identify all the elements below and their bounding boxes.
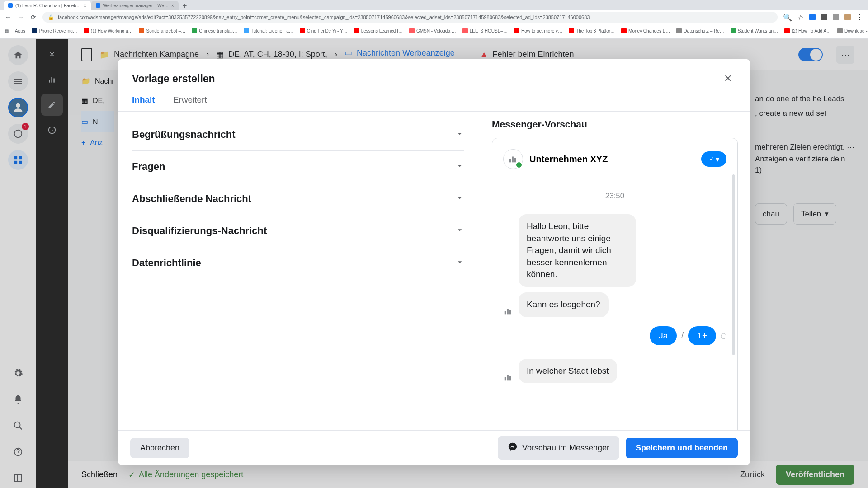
accordion-privacy[interactable]: Datenrichtlinie xyxy=(132,247,464,279)
preview-pane: Messenger-Vorschau Unternehmen XYZ ▾ 23:… xyxy=(479,112,750,430)
svg-rect-15 xyxy=(514,158,516,162)
bookmark-bar: ▦ Apps Phone Recycling… (1) How Working … xyxy=(0,24,868,37)
close-icon[interactable]: × xyxy=(84,3,86,8)
preview-title: Messenger-Vorschau xyxy=(492,119,738,130)
bookmark[interactable]: GMSN - Vologda,… xyxy=(409,28,456,33)
button-label: Vorschau im Messenger xyxy=(522,443,609,453)
modal-title: Vorlage erstellen xyxy=(132,73,215,85)
svg-rect-21 xyxy=(509,376,511,380)
modal-tabs: Inhalt Erweitert xyxy=(118,87,750,112)
extension-icon[interactable] xyxy=(809,14,816,20)
company-avatar xyxy=(503,149,523,169)
zoom-icon[interactable]: 🔍 xyxy=(783,13,792,22)
address-bar: ← → ⟳ 🔒 facebook.com/adsmanager/manage/a… xyxy=(0,10,868,24)
svg-rect-18 xyxy=(509,310,511,314)
new-tab-button[interactable]: + xyxy=(179,2,190,10)
messenger-preview: Unternehmen XYZ ▾ 23:50 Hallo Leon, bitt… xyxy=(492,138,738,430)
extension-icon[interactable] xyxy=(833,14,839,20)
back-button[interactable]: ← xyxy=(5,14,12,21)
bookmark[interactable]: Phone Recycling… xyxy=(32,28,77,33)
quick-reply[interactable]: Ja xyxy=(650,326,677,345)
tab-content[interactable]: Inhalt xyxy=(132,95,155,111)
reload-button[interactable]: ⟳ xyxy=(30,14,37,21)
chevron-down-icon xyxy=(455,161,464,172)
greeting-bubble: Hallo Leon, bitte beantworte uns einige … xyxy=(519,214,636,287)
chevron-down-icon xyxy=(455,225,464,236)
bookmark[interactable]: Sonderangebot –… xyxy=(139,28,185,33)
accordion-closing[interactable]: Abschließende Nachricht xyxy=(132,183,464,215)
reply-row: Ja / 1+ ◯ xyxy=(503,326,726,345)
preview-in-messenger-button[interactable]: Vorschau im Messenger xyxy=(498,436,619,460)
accordion-disqualify[interactable]: Disqualifizierungs-Nachricht xyxy=(132,215,464,247)
menu-icon[interactable]: ⋮ xyxy=(856,13,863,22)
extension-icon[interactable] xyxy=(844,14,851,20)
bookmark[interactable]: Apps xyxy=(15,28,25,33)
apps-icon[interactable]: ▦ xyxy=(5,28,9,33)
bookmark[interactable]: Tutorial: Eigene Fa… xyxy=(244,28,293,33)
bookmark[interactable]: Chinese translati… xyxy=(192,28,237,33)
message-row: Kann es losgehen? xyxy=(503,292,726,317)
company-name: Unternehmen XYZ xyxy=(529,154,608,164)
accordion-greeting[interactable]: Begrüßungsnachricht xyxy=(132,119,464,151)
bookmark[interactable]: LEE 'S HOUSE–… xyxy=(462,28,508,33)
messenger-icon xyxy=(508,442,518,454)
tab-advanced[interactable]: Erweitert xyxy=(173,95,207,111)
forward-button[interactable]: → xyxy=(17,14,24,21)
accordion-title: Disqualifizierungs-Nachricht xyxy=(132,225,267,237)
tab-strip: (1) Leon R. Chaudhari | Faceb…× Werbeanz… xyxy=(0,0,868,10)
bookmark[interactable]: Datenschutz – Re… xyxy=(676,28,724,33)
chat-header: Unternehmen XYZ ▾ xyxy=(503,149,726,169)
bookmark[interactable]: Download - Cooki… xyxy=(837,28,868,33)
star-icon[interactable]: ☆ xyxy=(797,13,804,22)
url-field[interactable]: 🔒 facebook.com/adsmanager/manage/ads/edi… xyxy=(42,12,778,23)
chevron-down-icon xyxy=(455,193,464,204)
browser-tab[interactable]: Werbeanzeigenmanager – We…× xyxy=(91,1,179,10)
url-text: facebook.com/adsmanager/manage/ads/edit?… xyxy=(58,14,590,20)
accordion-title: Fragen xyxy=(132,161,165,173)
timestamp: 23:50 xyxy=(503,192,726,201)
bookmark[interactable]: The Top 3 Platfor… xyxy=(569,28,615,33)
tab-title: Werbeanzeigenmanager – We… xyxy=(103,3,169,8)
modal-header: Vorlage erstellen ✕ xyxy=(118,59,750,87)
scrollbar[interactable] xyxy=(732,174,735,355)
svg-rect-19 xyxy=(505,377,506,380)
modal-footer: Abbrechen Vorschau im Messenger Speicher… xyxy=(118,430,750,465)
accordion-title: Datenrichtlinie xyxy=(132,257,201,269)
chevron-down-icon xyxy=(455,258,464,268)
browser-tab[interactable]: (1) Leon R. Chaudhari | Faceb…× xyxy=(4,1,91,10)
lock-icon: 🔒 xyxy=(48,14,54,20)
reply-separator: / xyxy=(681,331,684,340)
svg-rect-17 xyxy=(507,309,509,314)
bookmark[interactable]: Qing Fei De Yi - Y… xyxy=(300,28,348,33)
bookmark[interactable]: How to get more v… xyxy=(514,28,562,33)
accordion-questions[interactable]: Fragen xyxy=(132,151,464,183)
bookmark[interactable]: Money Changes E… xyxy=(621,28,670,33)
svg-rect-13 xyxy=(509,159,511,162)
chevron-down-icon xyxy=(455,129,464,140)
tab-title: (1) Leon R. Chaudhari | Faceb… xyxy=(15,3,81,8)
svg-rect-14 xyxy=(512,157,514,163)
bookmark[interactable]: (1) How Working a… xyxy=(84,28,133,33)
sender-avatar xyxy=(503,372,514,383)
bookmark[interactable]: (2) How To Add A… xyxy=(784,28,831,33)
browser-chrome: (1) Leon R. Chaudhari | Faceb…× Werbeanz… xyxy=(0,0,868,39)
cancel-button[interactable]: Abbrechen xyxy=(130,438,189,458)
save-button[interactable]: Speichern und beenden xyxy=(626,438,738,458)
accordion-list: Begrüßungsnachricht Fragen Abschließende… xyxy=(118,112,479,430)
message-row: In welcher Stadt lebst xyxy=(503,359,726,384)
accordion-title: Begrüßungsnachricht xyxy=(132,129,236,141)
accordion-title: Abschließende Nachricht xyxy=(132,193,251,205)
sender-avatar xyxy=(503,306,514,317)
question-bubble: In welcher Stadt lebst xyxy=(519,359,617,384)
close-icon[interactable]: × xyxy=(171,3,174,8)
bookmark[interactable]: Lessons Learned f… xyxy=(354,28,403,33)
quick-reply[interactable]: 1+ xyxy=(688,326,716,345)
verify-pill: ▾ xyxy=(701,151,726,167)
extension-icon[interactable] xyxy=(821,14,827,20)
svg-rect-16 xyxy=(505,311,506,314)
close-icon[interactable]: ✕ xyxy=(720,70,736,87)
sent-icon: ◯ xyxy=(721,333,726,339)
svg-rect-20 xyxy=(507,375,509,381)
prompt-bubble: Kann es losgehen? xyxy=(519,292,609,317)
bookmark[interactable]: Student Wants an… xyxy=(731,28,778,33)
